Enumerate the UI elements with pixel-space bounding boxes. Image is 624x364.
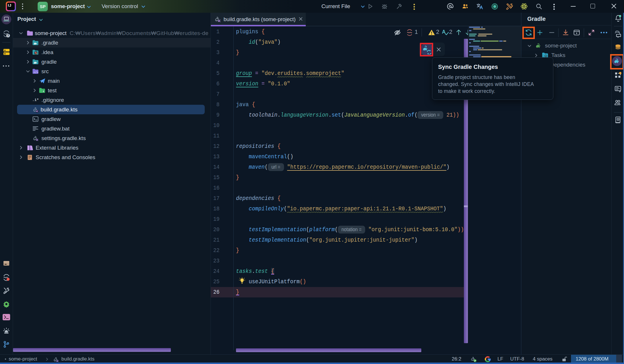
svg-text:?: ? [7,34,9,37]
svg-text:A: A [617,118,619,120]
svg-text:IJ: IJ [36,52,37,54]
svg-text:</>: </> [34,71,38,74]
